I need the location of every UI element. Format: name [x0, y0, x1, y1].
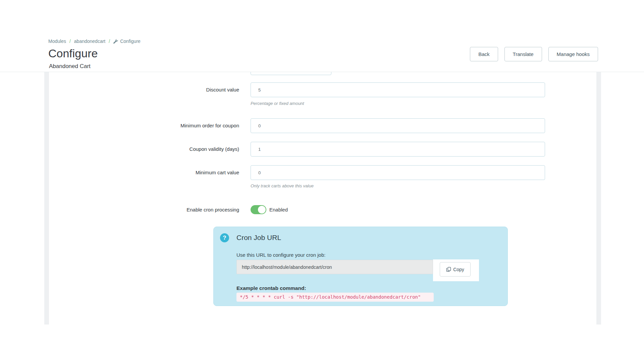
cron-url-input[interactable] [236, 260, 433, 274]
discount-value-input[interactable] [251, 82, 545, 97]
cron-toggle-state: Enabled [269, 205, 288, 214]
cron-panel-title: Cron Job URL [236, 234, 281, 242]
copy-button-wrap: Copy [433, 259, 479, 281]
coupon-validity-input[interactable] [251, 142, 545, 157]
cron-panel-instruction: Use this URL to configure your cron job: [236, 252, 325, 258]
page-header: Modules / abandonedcart / Configure Conf… [0, 0, 644, 72]
translate-button[interactable]: Translate [504, 47, 542, 61]
toggle-knob-icon [258, 206, 266, 214]
cron-toggle-switch[interactable] [251, 205, 266, 214]
coupon-validity-label: Coupon validity (days) [49, 142, 239, 157]
copy-icon [446, 267, 451, 272]
back-button[interactable]: Back [470, 47, 498, 61]
clipped-input[interactable] [251, 72, 331, 75]
header-toolbar: Back Translate Manage hooks [470, 47, 598, 61]
breadcrumb-configure: Configure [120, 39, 141, 44]
crontab-command: */5 * * * * curl -s "http://localhost/mo… [236, 293, 434, 302]
content-wrapper: Discount value Percentage or fixed amoun… [44, 72, 601, 324]
minimum-cart-value-input[interactable] [251, 165, 545, 180]
breadcrumb-modules[interactable]: Modules [48, 39, 66, 44]
crontab-label: Example crontab command: [236, 285, 306, 291]
breadcrumb-separator: / [109, 39, 110, 44]
config-form-panel: Discount value Percentage or fixed amoun… [49, 72, 596, 324]
discount-value-label: Discount value [49, 82, 239, 97]
manage-hooks-button[interactable]: Manage hooks [548, 47, 598, 61]
breadcrumb-separator: / [69, 39, 71, 44]
minimum-order-input[interactable] [251, 118, 545, 133]
cron-job-url-panel: ? Cron Job URL Use this URL to configure… [213, 227, 508, 306]
minimum-cart-value-label: Minimum cart value [49, 165, 239, 180]
breadcrumb: Modules / abandonedcart / Configure [48, 39, 141, 44]
breadcrumb-module-name[interactable]: abandonedcart [74, 39, 105, 44]
page-subtitle: Abandoned Cart [49, 63, 91, 70]
copy-button-label: Copy [453, 267, 464, 272]
minimum-cart-value-hint: Only track carts above this value [251, 183, 314, 188]
minimum-order-label: Minimum order for coupon [49, 118, 239, 133]
wrench-icon [113, 39, 118, 44]
page-title: Configure [48, 47, 98, 60]
question-mark-icon: ? [220, 233, 229, 242]
discount-value-hint: Percentage or fixed amount [251, 101, 304, 106]
copy-button[interactable]: Copy [440, 262, 471, 277]
enable-cron-label: Enable cron processing [49, 204, 239, 215]
